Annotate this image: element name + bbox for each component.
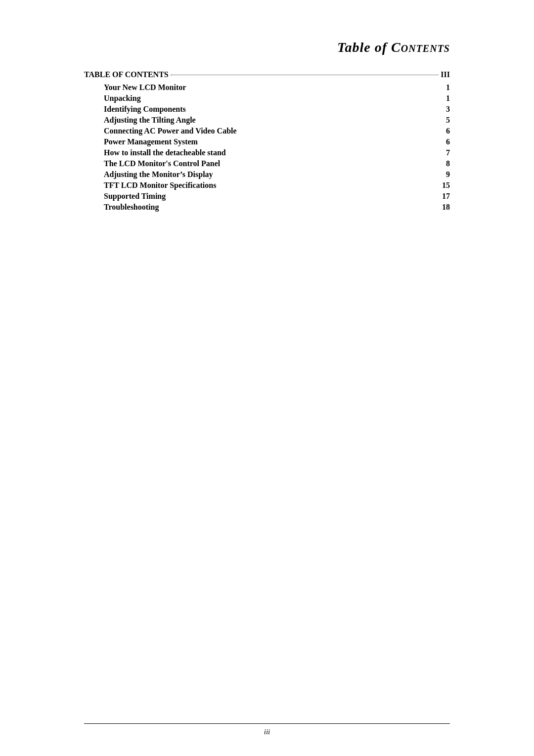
toc-entry-label: The LCD Monitor's Control Panel [104, 159, 220, 168]
toc-entry-page: 17 [435, 192, 450, 201]
toc-entries-container: Your New LCD Monitor1Unpacking1Identifyi… [84, 83, 450, 214]
toc-entry-label: Troubleshooting [104, 203, 159, 212]
toc-entry-label: Supported Timing [104, 192, 166, 201]
toc-entry-page: 5 [435, 116, 450, 125]
title-prefix: Table of [337, 40, 391, 55]
toc-entry: Supported Timing17 [84, 192, 450, 201]
page: Table of Contents TABLE OF CONTENTS III … [54, 0, 480, 756]
toc-entry-label: TFT LCD Monitor Specifications [104, 181, 216, 190]
toc-entry-label: Adjusting the Monitor’s Display [104, 170, 213, 179]
toc-entry-page: 8 [435, 159, 450, 168]
toc-entry: Adjusting the Tilting Angle5 [84, 116, 450, 125]
toc-entry-label: Identifying Components [104, 105, 186, 114]
toc-entry-page: 6 [435, 127, 450, 135]
toc-entry: Unpacking1 [84, 94, 450, 103]
toc-entry: Your New LCD Monitor1 [84, 83, 450, 92]
toc-entry: How to install the detacheable stand7 [84, 148, 450, 157]
toc-entry: Adjusting the Monitor’s Display9 [84, 170, 450, 179]
title-suffix: Contents [391, 40, 450, 55]
toc-entry-label: Power Management System [104, 137, 198, 146]
footer-page-number: iii [264, 728, 270, 736]
toc-entry: Connecting AC Power and Video Cable6 [84, 127, 450, 135]
toc-entry-page: 6 [435, 137, 450, 146]
toc-entry-page: 1 [435, 94, 450, 103]
toc-entry-page: 7 [435, 148, 450, 157]
toc-entry-label: Adjusting the Tilting Angle [104, 116, 196, 125]
toc-entry-page: 9 [435, 170, 450, 179]
toc-entry-page: 18 [435, 203, 450, 212]
toc-entry: Troubleshooting18 [84, 203, 450, 212]
toc-entry-label: Your New LCD Monitor [104, 83, 186, 92]
toc-entry: Power Management System6 [84, 137, 450, 146]
toc-entry-label: Unpacking [104, 94, 141, 103]
page-title: Table of Contents [84, 40, 450, 55]
toc-entry-label: Connecting AC Power and Video Cable [104, 127, 237, 135]
page-footer: iii [84, 723, 450, 736]
toc-entry: Identifying Components3 [84, 105, 450, 114]
toc-entry-page: 3 [435, 105, 450, 114]
toc-header-page: III [441, 70, 450, 79]
footer-line [84, 723, 450, 724]
toc-header-label: TABLE OF CONTENTS [84, 70, 169, 79]
toc-entry-label: How to install the detacheable stand [104, 148, 226, 157]
toc-entry-page: 1 [435, 83, 450, 92]
toc-entry: TFT LCD Monitor Specifications15 [84, 181, 450, 190]
toc-entry: The LCD Monitor's Control Panel8 [84, 159, 450, 168]
toc-entry-page: 15 [435, 181, 450, 190]
toc-header-dots [171, 75, 439, 75]
toc-header-row: TABLE OF CONTENTS III [84, 70, 450, 79]
